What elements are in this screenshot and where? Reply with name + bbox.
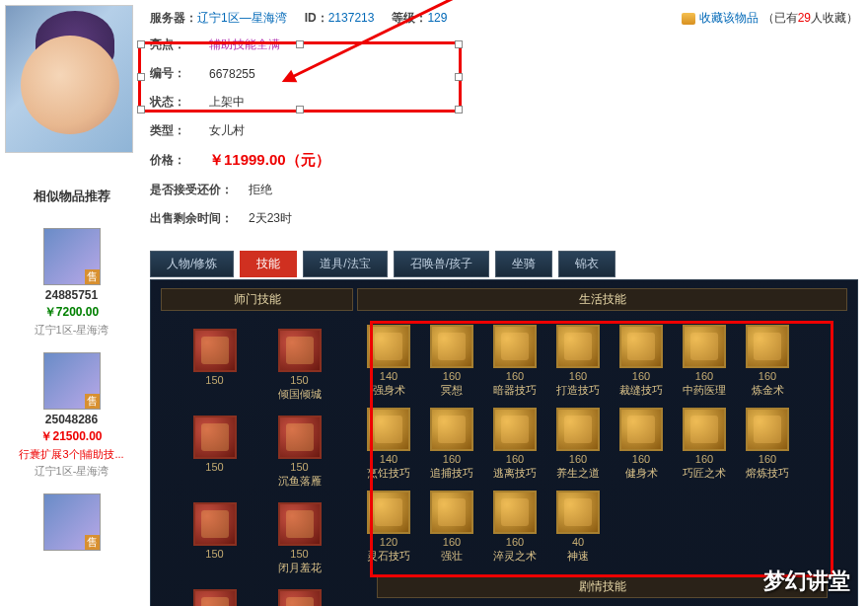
recommend-thumb: [43, 228, 101, 285]
skill-icon: [683, 325, 726, 368]
life-skill[interactable]: 160追捕技巧: [424, 408, 479, 481]
skill-icon: [278, 589, 322, 606]
skill-icon: [430, 408, 473, 451]
tab-1[interactable]: 技能: [240, 251, 297, 277]
school-skill[interactable]: 150: [186, 502, 244, 575]
life-skill[interactable]: 160打造技巧: [550, 325, 606, 398]
tab-4[interactable]: 坐骑: [495, 251, 552, 277]
life-skill[interactable]: 140强身术: [361, 325, 416, 398]
life-skill[interactable]: 160巧匠之术: [677, 408, 732, 481]
life-skill[interactable]: 160健身术: [614, 408, 669, 481]
skill-level: 150: [290, 548, 308, 560]
highlight-value: 辅助技能全满: [209, 37, 280, 53]
skill-level: 160: [506, 370, 524, 382]
skill-icon: [746, 325, 789, 368]
character-avatar: [5, 5, 133, 153]
skill-level: 150: [205, 548, 223, 560]
skill-level: 160: [506, 536, 524, 548]
sn-value: 6678255: [209, 67, 255, 81]
skill-icon: [493, 325, 537, 368]
skill-level: 160: [569, 370, 587, 382]
life-skill[interactable]: 160养生之道: [550, 408, 606, 481]
skill-level: 120: [380, 536, 398, 548]
skill-icon: [556, 325, 600, 368]
skill-icon: [367, 408, 410, 451]
skill-level: 160: [632, 370, 650, 382]
life-skill[interactable]: 160裁缝技巧: [614, 325, 669, 398]
recommend-price: ￥7200.00: [5, 304, 138, 321]
skill-name: 追捕技巧: [430, 466, 473, 481]
skill-name: 强身术: [373, 383, 405, 398]
skill-icon: [193, 329, 237, 372]
life-skill[interactable]: 160暗器技巧: [487, 325, 542, 398]
tab-2[interactable]: 道具/法宝: [303, 251, 387, 277]
server-link[interactable]: 辽宁1区—星海湾: [197, 11, 287, 25]
skill-icon: [619, 325, 663, 368]
skill-name: 强壮: [441, 549, 463, 564]
life-skill[interactable]: 160炼金术: [740, 325, 795, 398]
life-skill[interactable]: 160冥想: [424, 325, 479, 398]
school-skill[interactable]: 150: [271, 589, 328, 606]
life-skill[interactable]: 120灵石技巧: [361, 491, 416, 564]
recommend-id: 24885751: [5, 288, 138, 302]
server-label: 服务器：: [150, 11, 197, 25]
skill-icon: [278, 416, 322, 459]
school-skill[interactable]: 150: [186, 416, 244, 489]
life-skill[interactable]: 160淬灵之术: [487, 491, 542, 564]
tab-0[interactable]: 人物/修炼: [150, 251, 234, 277]
school-skill[interactable]: 150: [186, 329, 244, 402]
recommend-title: 相似物品推荐: [5, 188, 138, 213]
life-skill[interactable]: 160中药医理: [677, 325, 732, 398]
header-row: 服务器：辽宁1区—星海湾 ID：2137213 等级：129 收藏该物品 （已有…: [150, 6, 858, 31]
skill-icon: [556, 491, 600, 534]
skill-name: 逃离技巧: [493, 466, 537, 481]
tab-5[interactable]: 锦衣: [558, 251, 615, 277]
skill-name: 沉鱼落雁: [278, 474, 322, 489]
skill-icon: [556, 408, 600, 451]
bargain-value: 拒绝: [249, 182, 272, 198]
school-skill[interactable]: 150闭月羞花: [271, 502, 328, 575]
skill-name: 闭月羞花: [278, 561, 322, 575]
fav-count-wrap: （已有29人收藏）: [762, 10, 858, 27]
skill-level: 160: [759, 453, 776, 465]
life-skill[interactable]: 40神速: [550, 491, 606, 564]
type-value: 女儿村: [209, 122, 245, 139]
school-skill[interactable]: 150毒经: [186, 589, 244, 606]
folder-icon: [682, 13, 695, 25]
life-skill[interactable]: 160逃离技巧: [487, 408, 542, 481]
tab-3[interactable]: 召唤兽/孩子: [394, 251, 489, 277]
skill-level: 160: [443, 536, 461, 548]
skill-name: 养生之道: [556, 466, 600, 481]
skill-level: 150: [205, 374, 223, 386]
recommend-item[interactable]: 25048286￥21500.00行囊扩展3个|辅助技...辽宁1区-星海湾: [5, 352, 138, 479]
school-skill-title: 师门技能: [161, 288, 353, 311]
skill-icon: [193, 502, 237, 546]
skill-icon: [619, 408, 663, 451]
skill-name: 烹饪技巧: [367, 466, 410, 481]
life-skill[interactable]: 160熔炼技巧: [740, 408, 795, 481]
life-skill[interactable]: 140烹饪技巧: [361, 408, 416, 481]
plot-skill-title: 剧情技能: [377, 575, 828, 598]
skill-name: 健身术: [625, 466, 658, 481]
recommend-item[interactable]: 24885751￥7200.00辽宁1区-星海湾: [5, 228, 138, 338]
skill-name: 炼金术: [752, 383, 784, 398]
tab-bar: 人物/修炼技能道具/法宝召唤兽/孩子坐骑锦衣: [150, 251, 858, 277]
skill-icon: [746, 408, 789, 451]
recommend-id: 25048286: [5, 413, 138, 426]
status-value: 上架中: [209, 94, 245, 111]
skill-icon: [278, 502, 322, 546]
recommend-server: 辽宁1区-星海湾: [5, 464, 138, 479]
favorite-link[interactable]: 收藏该物品: [699, 10, 759, 27]
recommend-desc: 行囊扩展3个|辅助技...: [5, 447, 138, 462]
skill-icon: [430, 491, 473, 534]
skill-level: 40: [572, 536, 584, 548]
skill-level: 160: [506, 453, 524, 465]
school-skill[interactable]: 150沉鱼落雁: [271, 416, 328, 489]
school-skill[interactable]: 150倾国倾城: [271, 329, 328, 402]
watermark: 梦幻讲堂: [763, 567, 850, 596]
skill-name: 淬灵之术: [493, 549, 537, 564]
life-skill[interactable]: 160强壮: [424, 491, 479, 564]
skill-level: 160: [632, 453, 650, 465]
skill-icon: [493, 491, 537, 534]
skill-name: 巧匠之术: [683, 466, 726, 481]
